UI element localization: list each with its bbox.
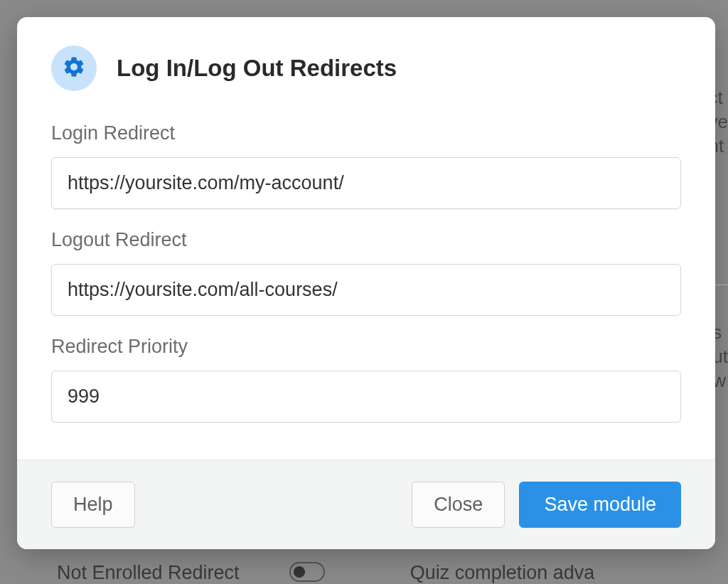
input-redirect-priority[interactable] — [51, 371, 681, 423]
help-button[interactable]: Help — [51, 482, 135, 528]
modal-icon-circle — [51, 46, 97, 91]
footer-left: Help — [51, 482, 412, 528]
save-module-button[interactable]: Save module — [519, 482, 681, 528]
modal-header: Log In/Log Out Redirects — [17, 17, 715, 108]
background-label-quiz: Quiz completion adva — [410, 562, 595, 584]
input-login-redirect[interactable] — [51, 157, 681, 209]
label-login-redirect: Login Redirect — [51, 122, 681, 144]
background-label-not-enrolled: Not Enrolled Redirect — [57, 562, 240, 584]
label-logout-redirect: Logout Redirect — [51, 229, 681, 251]
field-login-redirect: Login Redirect — [51, 122, 681, 209]
gear-icon — [62, 55, 86, 82]
background-bottom-row: Not Enrolled Redirect Quiz completion ad… — [0, 562, 728, 584]
modal-footer: Help Close Save module — [17, 460, 715, 549]
field-logout-redirect: Logout Redirect — [51, 229, 681, 316]
footer-right: Close Save module — [412, 482, 681, 528]
label-redirect-priority: Redirect Priority — [51, 336, 681, 358]
toggle-switch[interactable] — [289, 562, 325, 582]
toggle-dot — [294, 566, 305, 578]
modal-body: Login Redirect Logout Redirect Redirect … — [17, 108, 715, 460]
background-divider — [715, 285, 728, 285]
field-redirect-priority: Redirect Priority — [51, 336, 681, 423]
modal-title: Log In/Log Out Redirects — [117, 55, 397, 82]
redirects-modal: Log In/Log Out Redirects Login Redirect … — [17, 17, 715, 549]
input-logout-redirect[interactable] — [51, 264, 681, 316]
close-button[interactable]: Close — [412, 482, 505, 528]
